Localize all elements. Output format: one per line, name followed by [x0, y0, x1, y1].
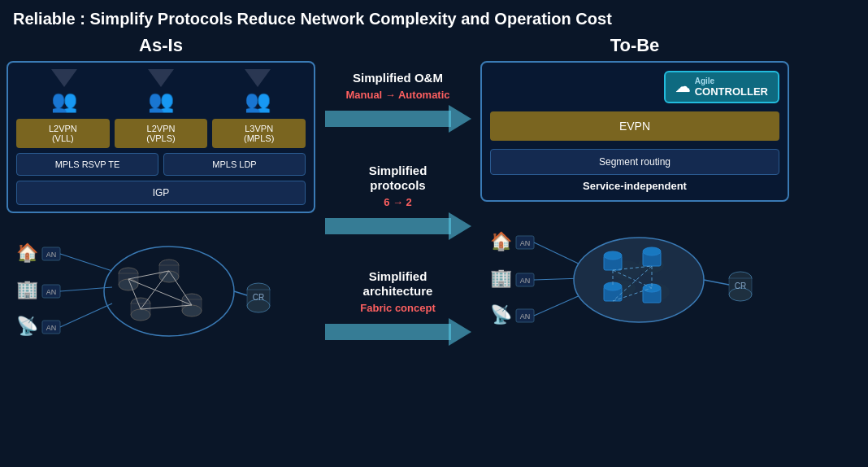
svg-point-15 [119, 279, 138, 290]
svg-line-35 [234, 291, 247, 295]
svg-text:AN: AN [520, 312, 531, 321]
middle-panel: Simplified O&M Manual → Automatic Simpli… [319, 35, 477, 450]
section-protocols: Simplifiedprotocols 6 → 2 [319, 164, 477, 258]
svg-line-45 [534, 242, 582, 265]
protocols-arrow [325, 212, 471, 240]
segment-routing-box: Segment routing [490, 149, 779, 175]
agile-label: Agile [695, 76, 768, 85]
svg-line-47 [534, 295, 582, 316]
svg-point-21 [131, 309, 150, 321]
network-svg-left: 🏠 🏢 📡 AN AN AN [7, 218, 315, 356]
svg-text:CR: CR [735, 282, 746, 290]
svg-line-30 [141, 271, 169, 309]
network-diagram-left: 🏠 🏢 📡 AN AN AN [7, 218, 315, 356]
as-is-title: As-Is [139, 35, 183, 56]
section-om: Simplified O&M Manual → Automatic [319, 71, 477, 152]
people-icon-2: 👥 [148, 89, 174, 114]
svg-line-9 [60, 254, 112, 271]
svg-text:📡: 📡 [16, 315, 39, 337]
people-row: 👥 👥 👥 [16, 69, 306, 114]
people-icon-1: 👥 [51, 89, 77, 114]
vpn-box-2: L2VPN(VPLS) [115, 119, 208, 148]
svg-text:AN: AN [46, 288, 57, 296]
architecture-subtitle: Fabric concept [360, 302, 435, 314]
svg-point-24 [182, 305, 202, 316]
svg-line-71 [704, 280, 729, 285]
vpn-box-1: L2VPN(VLL) [16, 119, 110, 148]
controller-label: CONTROLLER [695, 85, 768, 98]
svg-text:AN: AN [46, 324, 57, 332]
right-panel: To-Be ☁ Agile CONTROLLER EVPN Seg [480, 35, 789, 450]
igp-box: IGP [16, 181, 306, 205]
protocols-subtitle: 6 → 2 [384, 196, 412, 208]
svg-text:CR: CR [253, 293, 264, 302]
architecture-arrow [325, 318, 471, 346]
svg-text:AN: AN [46, 251, 57, 259]
mpls-rsvp-box: MPLS RSVP TE [16, 153, 158, 176]
left-panel: As-Is 👥 👥 👥 [7, 35, 315, 450]
evpn-box: EVPN [490, 111, 779, 141]
svg-text:🏢: 🏢 [16, 278, 39, 300]
protocols-title: Simplifiedprotocols [369, 164, 427, 193]
network-svg-right: 🏠 🏢 📡 AN AN AN [480, 207, 789, 345]
svg-line-11 [60, 303, 112, 327]
people-icon-3: 👥 [245, 89, 271, 114]
to-be-protocol-box: ☁ Agile CONTROLLER EVPN Segment routing … [480, 61, 789, 202]
section-architecture: Simplifiedarchitecture Fabric concept [319, 269, 477, 346]
svg-text:🏠: 🏠 [16, 242, 39, 264]
svg-text:AN: AN [520, 277, 531, 285]
om-subtitle: Manual → Automatic [345, 89, 449, 101]
svg-point-48 [574, 238, 704, 322]
mpls-ldp-box: MPLS LDP [163, 153, 306, 176]
svg-text:🏠: 🏠 [490, 230, 513, 252]
network-diagram-right: 🏠 🏢 📡 AN AN AN [480, 207, 789, 345]
svg-text:🏢: 🏢 [490, 267, 513, 289]
om-arrow [325, 105, 471, 133]
controller-badge: ☁ Agile CONTROLLER [664, 71, 779, 103]
controller-row: ☁ Agile CONTROLLER [490, 71, 779, 103]
service-independent-label: Service-independent [490, 180, 779, 192]
mpls-row: MPLS RSVP TE MPLS LDP [16, 153, 306, 176]
svg-point-56 [643, 247, 661, 255]
svg-point-54 [604, 251, 622, 260]
as-is-protocol-box: 👥 👥 👥 L2VPN(VLL) L2VPN(VPLS) L3VPN [7, 61, 315, 213]
architecture-title: Simplifiedarchitecture [363, 269, 433, 299]
vpn-row: L2VPN(VLL) L2VPN(VPLS) L3VPN(MPLS) [16, 119, 306, 148]
svg-line-27 [169, 271, 192, 305]
svg-text:AN: AN [520, 239, 531, 247]
page-title: Reliable : Simplify Protocols Reduce Net… [0, 0, 868, 35]
to-be-title: To-Be [610, 35, 660, 56]
om-title: Simplified O&M [353, 71, 443, 85]
person-group-3: 👥 [245, 69, 271, 114]
person-group-2: 👥 [148, 69, 174, 114]
svg-text:📡: 📡 [490, 303, 513, 325]
page-container: Reliable : Simplify Protocols Reduce Net… [0, 0, 868, 467]
person-group-1: 👥 [51, 69, 77, 114]
cloud-icon: ☁ [675, 78, 690, 96]
vpn-box-3: L3VPN(MPLS) [212, 119, 306, 148]
